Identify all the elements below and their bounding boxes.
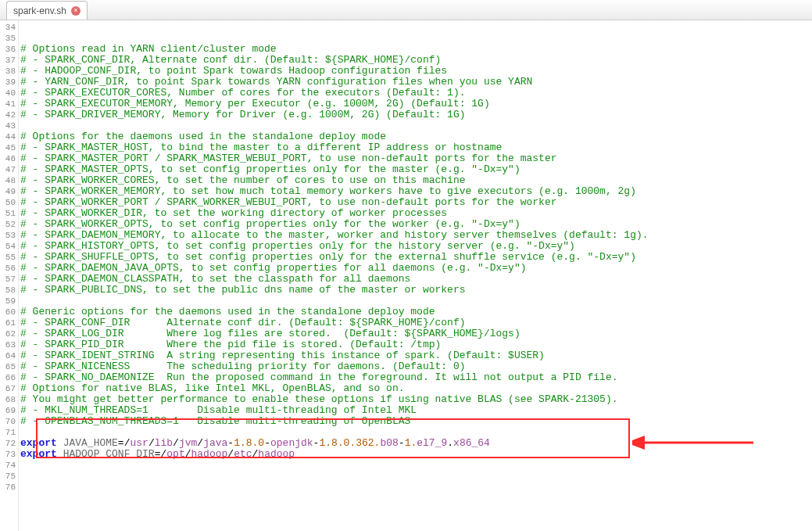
line-number: 55	[0, 252, 18, 263]
code-line: export HADOOP_CONF_DIR=/opt/hadoop/etc/h…	[19, 449, 812, 460]
line-number: 47	[0, 164, 18, 175]
code-line	[19, 482, 812, 493]
line-number: 41	[0, 99, 18, 109]
code-line: # - SPARK_NICENESS The scheduling priori…	[19, 361, 812, 372]
code-content[interactable]: # Options read in YARN client/cluster mo…	[19, 20, 812, 531]
code-line: # Options for the daemons used in the st…	[19, 131, 812, 142]
code-line: # - SPARK_NO_DAEMONIZE Run the proposed …	[19, 372, 812, 383]
line-number: 63	[0, 339, 18, 350]
line-number: 45	[0, 142, 18, 153]
code-line	[19, 427, 812, 438]
code-line: # - YARN_CONF_DIR, to point Spark toward…	[19, 77, 812, 88]
tab-bar: spark-env.sh ×	[0, 0, 812, 20]
code-line	[19, 504, 812, 515]
code-line: # - SPARK_WORKER_PORT / SPARK_WORKER_WEB…	[19, 197, 812, 208]
line-number: 37	[0, 55, 18, 66]
code-line: # - SPARK_SHUFFLE_OPTS, to set config pr…	[19, 252, 812, 263]
line-number: 38	[0, 66, 18, 77]
code-line: # Options for native BLAS, like Intel MK…	[19, 383, 812, 394]
code-line: # - SPARK_HISTORY_OPTS, to set config pr…	[19, 241, 812, 252]
line-number: 60	[0, 307, 18, 318]
line-number: 64	[0, 350, 18, 361]
code-line: # - SPARK_CONF_DIR Alternate conf dir. (…	[19, 318, 812, 328]
file-tab[interactable]: spark-env.sh ×	[6, 1, 88, 20]
code-line: # - SPARK_CONF_DIR, Alternate conf dir. …	[19, 55, 812, 66]
line-number-gutter: 3435363738394041424344454647484950515253…	[0, 20, 19, 531]
line-number: 68	[0, 394, 18, 405]
code-line: export JAVA_HOME=/usr/lib/jvm/java-1.8.0…	[19, 438, 812, 449]
line-number: 69	[0, 405, 18, 416]
line-number: 57	[0, 274, 18, 285]
code-line	[19, 296, 812, 307]
code-line: # - SPARK_WORKER_CORES, to set the numbe…	[19, 175, 812, 186]
line-number: 74	[0, 460, 18, 471]
line-number: 42	[0, 109, 18, 120]
code-line: # - SPARK_PID_DIR Where the pid file is …	[19, 339, 812, 350]
line-number: 59	[0, 296, 18, 307]
line-number: 75	[0, 471, 18, 482]
line-number: 65	[0, 361, 18, 372]
code-line: # - SPARK_IDENT_STRING A string represen…	[19, 350, 812, 361]
code-line: # - SPARK_DAEMON_MEMORY, to allocate to …	[19, 230, 812, 241]
line-number: 58	[0, 285, 18, 296]
line-number: 71	[0, 427, 18, 438]
code-line	[19, 493, 812, 504]
code-line: # - MKL_NUM_THREADS=1 Disable multi-thre…	[19, 405, 812, 416]
code-line: # - SPARK_DAEMON_CLASSPATH, to set the c…	[19, 274, 812, 285]
line-number: 36	[0, 44, 18, 55]
code-line	[19, 460, 812, 471]
code-line: # - SPARK_LOG_DIR Where log files are st…	[19, 328, 812, 339]
line-number: 67	[0, 383, 18, 394]
line-number: 43	[0, 120, 18, 131]
line-number: 66	[0, 372, 18, 383]
line-number: 46	[0, 153, 18, 164]
code-line	[19, 471, 812, 482]
code-line: # - SPARK_WORKER_DIR, to set the working…	[19, 208, 812, 219]
code-line: # Generic options for the daemons used i…	[19, 307, 812, 318]
line-number: 61	[0, 318, 18, 328]
code-line: # - OPENBLAS_NUM_THREADS=1 Disable multi…	[19, 416, 812, 427]
line-number: 54	[0, 241, 18, 252]
line-number: 62	[0, 328, 18, 339]
line-number: 39	[0, 77, 18, 88]
code-line: # - SPARK_MASTER_OPTS, to set config pro…	[19, 164, 812, 175]
line-number: 52	[0, 219, 18, 230]
code-line: # - SPARK_MASTER_PORT / SPARK_MASTER_WEB…	[19, 153, 812, 164]
close-icon[interactable]: ×	[71, 6, 80, 16]
code-line: # - SPARK_EXECUTOR_MEMORY, Memory per Ex…	[19, 99, 812, 109]
line-number: 53	[0, 230, 18, 241]
line-number: 51	[0, 208, 18, 219]
code-line	[19, 120, 812, 131]
line-number: 70	[0, 416, 18, 427]
line-number: 50	[0, 197, 18, 208]
code-line: # You might get better performance to en…	[19, 394, 812, 405]
code-line: # Options read in YARN client/cluster mo…	[19, 44, 812, 55]
code-line: # - SPARK_DRIVER_MEMORY, Memory for Driv…	[19, 109, 812, 120]
code-line: # - SPARK_DAEMON_JAVA_OPTS, to set confi…	[19, 263, 812, 274]
line-number: 48	[0, 175, 18, 186]
code-line: # - SPARK_MASTER_HOST, to bind the maste…	[19, 142, 812, 153]
line-number: 72	[0, 438, 18, 449]
editor-area[interactable]: 3435363738394041424344454647484950515253…	[0, 20, 812, 531]
line-number: 44	[0, 131, 18, 142]
line-number: 49	[0, 186, 18, 197]
line-number: 56	[0, 263, 18, 274]
line-number: 76	[0, 482, 18, 493]
code-line: # - HADOOP_CONF_DIR, to point Spark towa…	[19, 66, 812, 77]
line-number: 40	[0, 88, 18, 99]
code-line: # - SPARK_WORKER_MEMORY, to set how much…	[19, 186, 812, 197]
line-number: 34	[0, 22, 18, 33]
code-line: # - SPARK_PUBLIC_DNS, to set the public …	[19, 285, 812, 296]
code-line: # - SPARK_EXECUTOR_CORES, Number of core…	[19, 88, 812, 99]
tab-filename: spark-env.sh	[13, 5, 66, 16]
line-number: 73	[0, 449, 18, 460]
code-line: # - SPARK_WORKER_OPTS, to set config pro…	[19, 219, 812, 230]
line-number: 35	[0, 33, 18, 44]
